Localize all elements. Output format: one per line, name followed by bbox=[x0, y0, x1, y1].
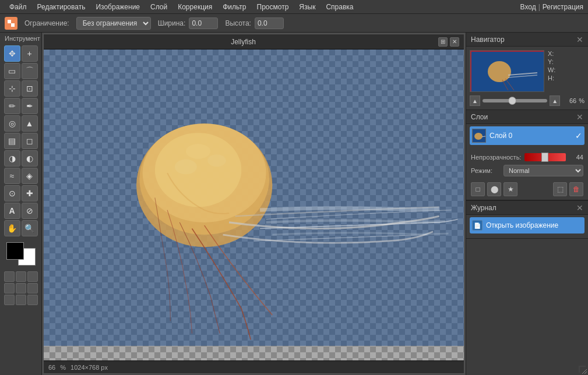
canvas-title-bar: Jellyfish ⊞ ✕ bbox=[44, 34, 464, 49]
menu-language[interactable]: Язык bbox=[294, 2, 320, 12]
menu-file[interactable]: Файл bbox=[5, 2, 31, 12]
eyedropper-tool[interactable]: ◎ bbox=[4, 115, 20, 132]
canvas-close-button[interactable]: ✕ bbox=[450, 37, 459, 47]
tool-row-4: ✏ ✒ bbox=[4, 98, 38, 114]
history-panel-header: Журнал ✕ bbox=[466, 201, 588, 215]
tool-row-10: A ⊘ bbox=[4, 203, 38, 219]
zoom-slider[interactable] bbox=[483, 99, 547, 102]
quick-icon-6[interactable] bbox=[27, 283, 38, 293]
layer-mask-button[interactable]: ⬤ bbox=[487, 182, 501, 196]
width-group: Ширина: bbox=[158, 17, 219, 29]
nav-w-label: W: bbox=[548, 66, 555, 73]
foreground-color-swatch[interactable] bbox=[6, 242, 24, 260]
svg-point-11 bbox=[488, 61, 511, 82]
width-label: Ширина: bbox=[158, 19, 186, 27]
zoom-out-button[interactable]: ▲ bbox=[470, 95, 480, 106]
zoom-in-button[interactable]: ▲ bbox=[550, 95, 560, 106]
path-tool[interactable]: ⊘ bbox=[22, 203, 38, 219]
svg-point-6 bbox=[207, 154, 226, 167]
tools-panel: Инструмент ✥ + ▭ ⌒ ⊹ ⊡ ✏ ✒ ◎ ▲ ▤ ◻ ◑ ◐ bbox=[0, 33, 42, 375]
move-tool[interactable]: ✥ bbox=[4, 45, 20, 62]
burn-tool[interactable]: ◐ bbox=[22, 150, 38, 167]
layers-close-button[interactable]: ✕ bbox=[576, 112, 583, 122]
quick-icon-1[interactable] bbox=[4, 271, 15, 282]
layer-0-name: Слой 0 bbox=[490, 132, 572, 140]
menu-bar: Файл Редактировать Изображение Слой Корр… bbox=[0, 0, 588, 14]
constraint-select[interactable]: Без ограничения bbox=[76, 17, 151, 30]
menu-register[interactable]: Регистрация bbox=[543, 3, 583, 11]
layer-new-group-button[interactable]: □ bbox=[471, 182, 485, 196]
quick-icon-7[interactable] bbox=[4, 295, 15, 305]
brush-tool[interactable]: ✏ bbox=[4, 98, 20, 114]
crop-tool[interactable]: ⊡ bbox=[22, 80, 38, 97]
height-input[interactable] bbox=[255, 17, 284, 29]
height-label: Высота: bbox=[225, 19, 251, 27]
history-item-0[interactable]: 📄 Открыть изображение bbox=[470, 217, 585, 234]
quick-icon-2[interactable] bbox=[16, 271, 26, 282]
menu-help[interactable]: Справка bbox=[321, 2, 358, 12]
menu-correction[interactable]: Коррекция bbox=[173, 2, 217, 12]
layer-delete-button[interactable]: 🗑 bbox=[569, 182, 583, 196]
text-tool[interactable]: A bbox=[4, 203, 20, 219]
smudge-tool[interactable]: ≈ bbox=[4, 168, 20, 184]
opacity-slider-thumb[interactable] bbox=[541, 153, 548, 162]
quick-icon-5[interactable] bbox=[16, 283, 26, 293]
menu-separator: | bbox=[538, 3, 540, 11]
eraser-tool[interactable]: ◻ bbox=[22, 133, 38, 149]
app-logo bbox=[5, 17, 17, 30]
canvas-area[interactable] bbox=[44, 49, 464, 360]
layer-controls: Непрозрачность: 44 Режим: NormalMultiply… bbox=[466, 150, 588, 180]
menu-view[interactable]: Просмотр bbox=[252, 2, 294, 12]
zoom-tool[interactable]: 🔍 bbox=[22, 220, 38, 236]
quick-selection-tool[interactable]: + bbox=[22, 45, 38, 62]
history-content: 📄 Открыть изображение bbox=[466, 215, 588, 238]
blur-tool[interactable]: ◈ bbox=[22, 168, 38, 184]
layer-actions: □ ⬤ ★ ⬚ 🗑 bbox=[466, 180, 588, 200]
toolbar-row: Ограничение: Без ограничения Ширина: Выс… bbox=[0, 14, 588, 33]
heal-tool[interactable]: ✚ bbox=[22, 185, 38, 201]
quick-icon-9[interactable] bbox=[27, 295, 38, 305]
right-panel-resize[interactable] bbox=[580, 367, 588, 375]
rect-select-tool[interactable]: ▭ bbox=[4, 63, 20, 79]
nav-x-label: X: bbox=[548, 50, 555, 57]
navigator-close-button[interactable]: ✕ bbox=[576, 35, 583, 44]
hand-tool[interactable]: ✋ bbox=[4, 220, 20, 236]
tool-row-8: ≈ ◈ bbox=[4, 168, 38, 184]
layer-row-0[interactable]: Слой 0 ✓ bbox=[470, 126, 585, 145]
quick-icon-8[interactable] bbox=[16, 295, 26, 305]
menu-image[interactable]: Изображение bbox=[91, 2, 145, 12]
lasso-tool[interactable]: ⌒ bbox=[22, 63, 38, 79]
pencil-tool[interactable]: ✒ bbox=[22, 98, 38, 114]
zoom-slider-thumb[interactable] bbox=[508, 97, 516, 105]
width-input[interactable] bbox=[189, 17, 218, 29]
height-group: Высота: bbox=[225, 17, 284, 29]
quick-icons-grid bbox=[4, 271, 38, 305]
quick-icon-4[interactable] bbox=[4, 283, 15, 293]
layer-fx-button[interactable]: ★ bbox=[504, 182, 517, 196]
navigator-coords: X: Y: W: H: bbox=[548, 50, 555, 92]
canvas-restore-button[interactable]: ⊞ bbox=[438, 37, 448, 47]
menu-filter[interactable]: Фильтр bbox=[218, 2, 251, 12]
opacity-slider[interactable] bbox=[524, 153, 566, 161]
dodge-tool[interactable]: ◑ bbox=[4, 150, 20, 167]
blend-mode-select[interactable]: NormalMultiplyScreenOverlayDissolve bbox=[504, 165, 583, 176]
navigator-title: Навигатор bbox=[471, 36, 505, 44]
tool-row-1: ✥ + bbox=[4, 45, 38, 62]
magic-wand-tool[interactable]: ⊹ bbox=[4, 80, 20, 97]
menu-edit[interactable]: Редактировать bbox=[33, 2, 90, 12]
fill-tool[interactable]: ▲ bbox=[22, 115, 38, 132]
history-close-button[interactable]: ✕ bbox=[576, 203, 583, 213]
history-item-0-icon: 📄 bbox=[472, 220, 483, 231]
menu-login[interactable]: Вход bbox=[520, 3, 536, 11]
gradient-tool[interactable]: ▤ bbox=[4, 133, 20, 149]
quick-icon-3[interactable] bbox=[27, 271, 38, 282]
layer-duplicate-button[interactable]: ⬚ bbox=[553, 182, 567, 196]
layer-0-visibility[interactable]: ✓ bbox=[575, 131, 582, 140]
zoom-percent: 66 bbox=[48, 364, 55, 371]
tool-row-11: ✋ 🔍 bbox=[4, 220, 38, 236]
opacity-value: 44 bbox=[569, 154, 583, 161]
menu-layer[interactable]: Слой bbox=[146, 2, 172, 12]
history-panel: Журнал ✕ 📄 Открыть изображение bbox=[466, 201, 588, 239]
clone-tool[interactable]: ⊙ bbox=[4, 185, 20, 201]
zoom-unit: % bbox=[60, 364, 66, 371]
